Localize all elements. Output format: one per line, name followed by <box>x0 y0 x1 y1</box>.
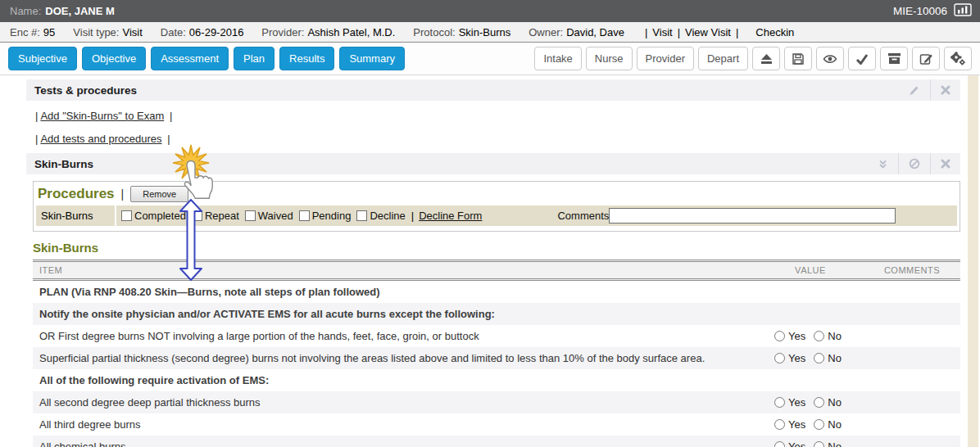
close-section-button[interactable] <box>930 79 960 101</box>
procedures-panel: Procedures | Remove Skin-Burns Completed… <box>33 181 960 232</box>
field-label: Provider: <box>261 26 304 38</box>
stage-buttons: IntakeNurseProviderDepart <box>534 47 748 70</box>
view-visit-link[interactable]: View Visit <box>685 26 731 38</box>
table-row: PLAN (Via RNP 408.20 Skin—Burns, note al… <box>33 281 960 303</box>
chart-content: Tests & procedures |Add "Skin-Burns" to … <box>0 75 980 447</box>
item-text: All chemical burns <box>33 440 757 447</box>
remove-button[interactable]: Remove <box>130 186 188 202</box>
field-value: David, Dave <box>566 26 624 38</box>
item-text: All of the following require activation … <box>33 374 757 386</box>
no-radio[interactable] <box>814 441 824 447</box>
eject-button[interactable] <box>752 47 780 70</box>
tests-procedures-header: Tests & procedures <box>26 79 960 101</box>
confirm-button[interactable] <box>848 47 876 70</box>
checkin-link[interactable]: Checkin <box>755 26 794 38</box>
tab-objective[interactable]: Objective <box>82 47 146 70</box>
encounter-field: Owner:David, Dave <box>529 26 624 38</box>
item-text: Notify the onsite physician and/or ACTIV… <box>33 308 757 320</box>
tab-results[interactable]: Results <box>279 47 334 70</box>
tab-subjective[interactable]: Subjective <box>8 47 77 70</box>
pipe: | <box>35 110 38 122</box>
pipe: | <box>35 133 38 145</box>
add-tests-procedures-line: |Add tests and procedures | <box>33 133 960 145</box>
patient-title-bar: Name: DOE, JANE M MIE-10006 <box>0 0 980 22</box>
provider-button[interactable]: Provider <box>637 47 694 70</box>
field-value: 95 <box>43 26 55 38</box>
enc-fields: Enc #:95Visit type:VisitDate:06-29-2016P… <box>10 26 642 38</box>
nav-tabs: SubjectiveObjectiveAssessmentPlanResults… <box>8 47 405 70</box>
value-cell: YesNo <box>757 330 864 342</box>
repeat-checkbox[interactable] <box>192 210 202 221</box>
yes-radio[interactable] <box>774 419 785 430</box>
field-value: Ashish Patel, M.D. <box>307 26 395 38</box>
items-table-header: ITEM VALUE COMMENTS <box>33 260 960 281</box>
field-label: Owner: <box>529 26 563 38</box>
encounter-field: Protocol:Skin-Burns <box>413 26 510 38</box>
yes-radio[interactable] <box>774 397 785 408</box>
waived-checkbox[interactable] <box>245 210 256 221</box>
yes-radio[interactable] <box>774 331 785 341</box>
intake-button[interactable]: Intake <box>534 47 581 70</box>
items-table-body: PLAN (Via RNP 408.20 Skin—Burns, note al… <box>33 281 960 447</box>
table-row: Superficial partial thickness (second de… <box>33 347 960 369</box>
close-skin-burns-button[interactable] <box>930 153 960 174</box>
patient-name: DOE, JANE M <box>45 5 115 17</box>
archive-button[interactable] <box>880 47 908 70</box>
items-table: ITEM VALUE COMMENTS PLAN (Via RNP 408.20… <box>33 260 960 447</box>
depart-button[interactable]: Depart <box>698 47 748 70</box>
completed-checkbox[interactable] <box>121 210 132 221</box>
ehr-window: Name: DOE, JANE M MIE-10006 Enc #:95Visi… <box>0 0 980 447</box>
value-cell: YesNo <box>757 396 864 409</box>
pending-checkbox[interactable] <box>299 210 310 221</box>
tab-assessment[interactable]: Assessment <box>151 47 229 70</box>
no-label: No <box>828 352 842 364</box>
edit-section-button[interactable] <box>898 79 930 101</box>
nurse-button[interactable]: Nurse <box>586 47 633 70</box>
decline-form-link[interactable]: Decline Form <box>419 210 482 222</box>
yes-radio[interactable] <box>774 441 785 447</box>
item-text: All second degree deep partial thickness… <box>33 396 757 409</box>
block-section-button[interactable] <box>898 153 930 174</box>
pipe: | <box>121 187 125 201</box>
tab-plan[interactable]: Plan <box>234 47 274 70</box>
decline-checkbox[interactable] <box>356 210 367 221</box>
encounter-bar: Enc #:95Visit type:VisitDate:06-29-2016P… <box>0 22 980 43</box>
tab-summary[interactable]: Summary <box>339 47 405 70</box>
yes-no-radio-group: YesNo <box>774 330 846 342</box>
scroll-strip[interactable] <box>967 75 978 447</box>
add-tests-procedures-link[interactable]: Add tests and procedures <box>40 133 161 145</box>
add-skin-burns-exam-link[interactable]: Add "Skin-Burns" to Exam <box>40 110 164 122</box>
visit-links: |Visit|View Visit| <box>642 26 741 38</box>
item-text: PLAN (Via RNP 408.20 Skin—Burns, note al… <box>33 286 757 298</box>
table-row: All chemical burnsYesNo <box>33 436 960 447</box>
pipe: | <box>645 26 647 38</box>
settings-button[interactable] <box>944 47 972 70</box>
status-checkboxes: CompletedRepeatWaivedPendingDecline <box>121 210 411 222</box>
no-radio[interactable] <box>814 419 824 430</box>
yes-no-radio-group: YesNo <box>774 352 846 364</box>
table-row: All second degree deep partial thickness… <box>33 391 960 413</box>
col-comments: COMMENTS <box>864 265 960 275</box>
view-button[interactable] <box>816 47 844 70</box>
yes-label: Yes <box>788 330 805 342</box>
system-id: MIE-10006 <box>893 5 947 17</box>
edit-note-button[interactable] <box>912 47 940 70</box>
no-radio[interactable] <box>814 331 824 341</box>
no-radio[interactable] <box>814 397 824 408</box>
procedure-status-row: Skin-Burns CompletedRepeatWaivedPendingD… <box>36 205 957 226</box>
comments-input[interactable] <box>609 208 896 224</box>
yes-radio[interactable] <box>774 353 785 363</box>
table-row: Notify the onsite physician and/or ACTIV… <box>33 303 960 325</box>
visit-link[interactable]: Visit <box>652 26 672 38</box>
item-text: Superficial partial thickness (second de… <box>33 352 757 364</box>
collapse-section-button[interactable] <box>868 153 898 174</box>
field-label: Date: <box>161 26 186 38</box>
no-radio[interactable] <box>814 353 824 363</box>
save-button[interactable] <box>784 47 812 70</box>
no-label: No <box>828 396 842 409</box>
bar-chart-icon[interactable] <box>954 3 972 20</box>
chart-toolbar: SubjectiveObjectiveAssessmentPlanResults… <box>0 43 980 75</box>
field-value: Visit <box>122 26 142 38</box>
checkbox-label: Pending <box>312 210 352 222</box>
yes-no-radio-group: YesNo <box>774 440 846 447</box>
